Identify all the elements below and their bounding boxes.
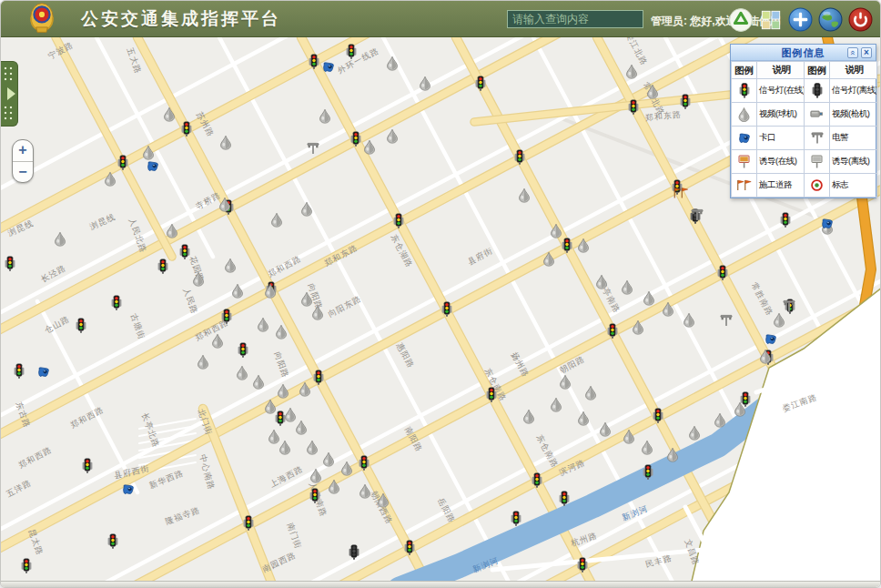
video-dome-camera-marker[interactable] <box>623 430 635 444</box>
traffic-signal-online-marker[interactable] <box>76 318 86 333</box>
checkpoint-camera-marker[interactable] <box>821 218 834 230</box>
checkpoint-camera-marker[interactable] <box>765 333 777 346</box>
traffic-signal-offline-marker[interactable] <box>349 544 359 560</box>
traffic-signal-online-marker[interactable] <box>309 488 320 503</box>
video-dome-camera-marker[interactable] <box>329 480 340 494</box>
traffic-signal-online-marker[interactable] <box>346 44 357 59</box>
video-dome-camera-marker[interactable] <box>689 426 701 441</box>
traffic-signal-online-marker[interactable] <box>653 408 663 423</box>
video-dome-camera-marker[interactable] <box>55 232 66 247</box>
e-police-marker[interactable] <box>720 314 733 326</box>
zoom-out-button[interactable]: − <box>13 161 33 182</box>
e-police-marker[interactable] <box>691 208 704 220</box>
video-dome-camera-marker[interactable] <box>663 302 674 317</box>
video-dome-camera-marker[interactable] <box>633 320 644 335</box>
traffic-signal-online-marker[interactable] <box>181 121 192 137</box>
video-dome-camera-marker[interactable] <box>596 275 608 289</box>
video-dome-camera-marker[interactable] <box>341 461 353 476</box>
video-dome-camera-marker[interactable] <box>585 386 597 400</box>
traffic-signal-online-marker[interactable] <box>157 259 168 274</box>
traffic-signal-online-marker[interactable] <box>404 540 415 555</box>
video-dome-camera-marker[interactable] <box>278 384 289 399</box>
traffic-signal-online-marker[interactable] <box>643 464 653 480</box>
video-dome-camera-marker[interactable] <box>258 318 269 332</box>
traffic-signal-online-marker[interactable] <box>309 54 319 69</box>
video-dome-camera-marker[interactable] <box>193 272 205 287</box>
traffic-signal-online-marker[interactable] <box>350 131 361 147</box>
traffic-signal-online-marker[interactable] <box>359 455 370 471</box>
video-dome-camera-marker[interactable] <box>301 292 313 307</box>
video-dome-camera-marker[interactable] <box>219 198 231 212</box>
side-panel-toggle-handle[interactable] <box>1 61 18 127</box>
traffic-signal-online-marker[interactable] <box>14 363 25 379</box>
traffic-signal-online-marker[interactable] <box>393 213 404 228</box>
map-layers-icon[interactable] <box>758 7 783 32</box>
video-dome-camera-marker[interactable] <box>220 136 232 150</box>
e-police-marker[interactable] <box>307 142 319 154</box>
video-dome-camera-marker[interactable] <box>253 375 265 390</box>
video-dome-camera-marker[interactable] <box>271 213 283 228</box>
video-dome-camera-marker[interactable] <box>387 56 399 71</box>
traffic-signal-online-marker[interactable] <box>532 472 542 488</box>
video-dome-camera-marker[interactable] <box>378 493 390 508</box>
video-dome-camera-marker[interactable] <box>519 188 531 203</box>
collapse-icon[interactable] <box>847 47 858 58</box>
video-dome-camera-marker[interactable] <box>626 65 638 79</box>
video-dome-camera-marker[interactable] <box>734 402 746 417</box>
traffic-signal-online-marker[interactable] <box>486 387 497 402</box>
traffic-signal-online-marker[interactable] <box>607 323 618 339</box>
video-dome-camera-marker[interactable] <box>642 441 653 455</box>
traffic-signal-online-marker[interactable] <box>111 295 122 310</box>
video-dome-camera-marker[interactable] <box>420 76 431 91</box>
video-dome-camera-marker[interactable] <box>600 422 612 437</box>
video-dome-camera-marker[interactable] <box>551 398 562 412</box>
video-dome-camera-marker[interactable] <box>312 306 324 320</box>
traffic-signal-online-marker[interactable] <box>559 491 570 506</box>
traffic-signal-online-marker[interactable] <box>21 558 32 573</box>
video-dome-camera-marker[interactable] <box>276 325 288 340</box>
video-dome-camera-marker[interactable] <box>643 291 655 306</box>
video-dome-camera-marker[interactable] <box>105 172 116 187</box>
video-dome-camera-marker[interactable] <box>647 85 659 99</box>
video-dome-camera-marker[interactable] <box>307 441 319 455</box>
video-dome-camera-marker[interactable] <box>167 224 178 238</box>
checkpoint-camera-marker[interactable] <box>37 366 50 379</box>
video-dome-camera-marker[interactable] <box>301 202 313 217</box>
video-dome-camera-marker[interactable] <box>279 441 291 455</box>
video-dome-camera-marker[interactable] <box>622 280 633 295</box>
refresh-icon[interactable] <box>728 7 753 32</box>
video-dome-camera-marker[interactable] <box>774 313 785 328</box>
traffic-signal-online-marker[interactable] <box>717 265 728 280</box>
video-dome-camera-marker[interactable] <box>310 469 322 483</box>
traffic-signal-online-marker[interactable] <box>780 212 791 228</box>
video-dome-camera-marker[interactable] <box>760 350 772 364</box>
video-dome-camera-marker[interactable] <box>237 366 248 380</box>
video-dome-camera-marker[interactable] <box>560 375 572 390</box>
traffic-signal-online-marker[interactable] <box>179 244 190 259</box>
search-input[interactable] <box>507 10 643 28</box>
traffic-signal-online-marker[interactable] <box>82 458 93 473</box>
close-icon[interactable] <box>861 47 872 58</box>
traffic-signal-online-marker[interactable] <box>441 301 452 317</box>
video-dome-camera-marker[interactable] <box>212 334 224 349</box>
video-dome-camera-marker[interactable] <box>578 411 590 426</box>
video-dome-camera-marker[interactable] <box>359 484 371 499</box>
checkpoint-camera-marker[interactable] <box>147 160 159 173</box>
zoom-in-button[interactable]: + <box>13 140 33 161</box>
video-dome-camera-marker[interactable] <box>364 140 376 155</box>
traffic-signal-online-marker[interactable] <box>628 99 639 115</box>
traffic-signal-online-marker[interactable] <box>680 94 691 109</box>
e-police-marker[interactable] <box>783 299 795 311</box>
video-dome-camera-marker[interactable] <box>319 109 331 124</box>
add-icon[interactable] <box>788 7 813 32</box>
traffic-signal-online-marker[interactable] <box>313 370 324 385</box>
traffic-signal-online-marker[interactable] <box>562 238 572 253</box>
checkpoint-camera-marker[interactable] <box>322 61 335 74</box>
traffic-signal-online-marker[interactable] <box>5 256 15 271</box>
video-dome-camera-marker[interactable] <box>143 146 155 160</box>
traffic-signal-online-marker[interactable] <box>117 155 128 170</box>
traffic-signal-online-marker[interactable] <box>511 511 522 526</box>
video-dome-camera-marker[interactable] <box>299 382 311 397</box>
video-dome-camera-marker[interactable] <box>387 129 399 144</box>
traffic-signal-online-marker[interactable] <box>475 76 486 91</box>
